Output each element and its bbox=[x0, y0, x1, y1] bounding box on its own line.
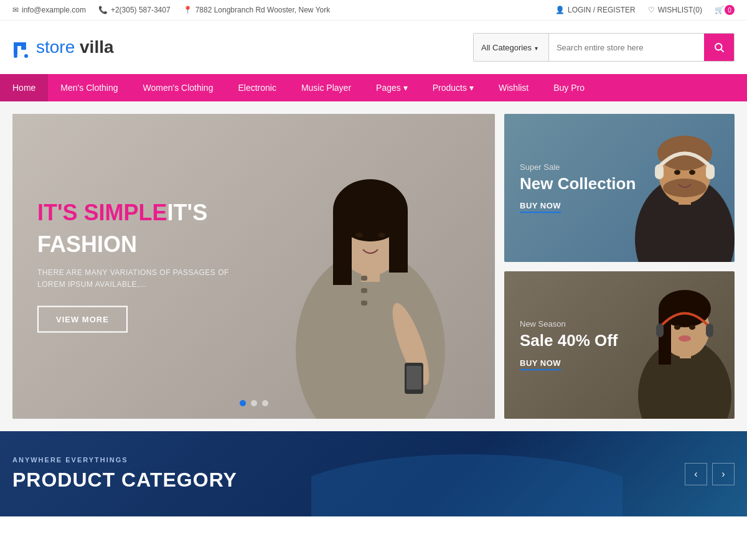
category-next-button[interactable]: › bbox=[712, 463, 735, 485]
wishlist-label: WISHLIST(0) bbox=[658, 6, 702, 14]
nav-label-products: Products bbox=[433, 83, 467, 93]
nav-label-music: Music Player bbox=[301, 83, 351, 93]
nav-label-wishlist: Wishlist bbox=[499, 83, 529, 93]
hero-text: IT'S SIMPLEIT'S FASHION THERE ARE MANY V… bbox=[37, 200, 237, 333]
product-category-bar: ANYWHERE EVERYTHINGS PRODUCT CATEGORY ‹ … bbox=[0, 431, 747, 516]
nav-label-pages: Pages bbox=[376, 83, 401, 93]
slider-dot-3[interactable] bbox=[262, 400, 268, 406]
banner2-title: Sale 40% Off bbox=[520, 332, 618, 350]
svg-rect-11 bbox=[333, 210, 352, 285]
login-register-link[interactable]: LOGIN / REGISTER bbox=[555, 6, 636, 14]
top-bar-actions: LOGIN / REGISTER WISHLIST(0) 0 bbox=[555, 5, 735, 15]
product-category-title: PRODUCT CATEGORY bbox=[12, 469, 237, 492]
prev-icon: ‹ bbox=[694, 469, 697, 480]
phone-icon bbox=[98, 6, 108, 14]
nav-item-wishlist[interactable]: Wishlist bbox=[486, 74, 541, 101]
svg-point-39 bbox=[679, 335, 691, 342]
heart-icon bbox=[648, 6, 655, 14]
hero-title-fashion: FASHION bbox=[37, 231, 237, 257]
user-icon bbox=[555, 6, 565, 14]
banner1-buy-now-button[interactable]: BUY NOW bbox=[520, 202, 561, 213]
logo-villa-text: villa bbox=[80, 37, 113, 57]
svg-line-6 bbox=[721, 49, 723, 52]
main-content: IT'S SIMPLEIT'S FASHION THERE ARE MANY V… bbox=[0, 101, 747, 431]
search-button[interactable] bbox=[704, 34, 734, 61]
address-text: 7882 Longbranch Rd Wooster, New York bbox=[195, 6, 331, 14]
hero-title: IT'S SIMPLEIT'S bbox=[37, 200, 237, 225]
email-text: info@example.com bbox=[22, 6, 86, 14]
product-category-section: ANYWHERE EVERYTHINGS PRODUCT CATEGORY ‹ … bbox=[0, 431, 747, 516]
svg-point-3 bbox=[24, 54, 28, 58]
product-category-tag: ANYWHERE EVERYTHINGS bbox=[12, 456, 237, 464]
envelope-icon bbox=[12, 6, 19, 14]
nav-label-buypro: Buy Pro bbox=[553, 83, 585, 93]
nav-item-electronic[interactable]: Electronic bbox=[225, 74, 288, 101]
svg-point-38 bbox=[689, 325, 695, 330]
category-nav-buttons: ‹ › bbox=[685, 463, 735, 485]
nav-item-womens-clothing[interactable]: Women's Clothing bbox=[131, 74, 226, 101]
svg-rect-27 bbox=[706, 164, 715, 179]
nav-label-electronic: Electronic bbox=[238, 83, 276, 93]
slider-dot-1[interactable] bbox=[240, 400, 246, 406]
email-info: info@example.com bbox=[12, 6, 86, 14]
banner1-label: Super Sale bbox=[520, 162, 636, 172]
header: store villa All Categories bbox=[0, 21, 747, 74]
wishlist-link[interactable]: WISHLIST(0) bbox=[648, 6, 702, 14]
svg-rect-35 bbox=[656, 324, 664, 337]
nav-label-home: Home bbox=[12, 83, 35, 93]
top-bar: info@example.com +2(305) 587-3407 7882 L… bbox=[0, 0, 747, 21]
search-icon bbox=[713, 42, 725, 53]
pages-chevron-icon: ▾ bbox=[403, 83, 408, 93]
search-bar: All Categories bbox=[473, 33, 735, 62]
svg-rect-4 bbox=[21, 46, 26, 50]
logo-icon bbox=[12, 36, 35, 58]
phone-info: +2(305) 587-3407 bbox=[98, 6, 171, 14]
hero-image bbox=[246, 114, 495, 419]
search-input[interactable] bbox=[549, 34, 704, 61]
phone-text: +2(305) 587-3407 bbox=[111, 6, 171, 14]
chevron-down-icon bbox=[535, 43, 538, 52]
svg-point-14 bbox=[378, 233, 385, 238]
hero-subtitle: THERE ARE MANY VARIATIONS OF PASSAGES OF… bbox=[37, 266, 237, 290]
cart-badge: 0 bbox=[725, 5, 735, 15]
banner1-text: Super Sale New Collection BUY NOW bbox=[520, 162, 636, 213]
nav-label-womens: Women's Clothing bbox=[143, 83, 214, 93]
category-prev-button[interactable]: ‹ bbox=[685, 463, 707, 485]
svg-point-13 bbox=[355, 233, 363, 238]
nav-item-mens-clothing[interactable]: Men's Clothing bbox=[48, 74, 130, 101]
cart-link[interactable]: 0 bbox=[715, 5, 735, 15]
nav-item-home[interactable]: Home bbox=[0, 74, 48, 101]
logo[interactable]: store villa bbox=[12, 36, 114, 58]
hero-view-more-button[interactable]: VIEW MORE bbox=[37, 306, 128, 332]
svg-rect-36 bbox=[706, 324, 713, 337]
svg-point-37 bbox=[674, 325, 680, 330]
svg-rect-26 bbox=[655, 164, 664, 179]
search-category-dropdown[interactable]: All Categories bbox=[474, 34, 549, 61]
nav-item-buy-pro[interactable]: Buy Pro bbox=[541, 74, 597, 101]
product-category-info: ANYWHERE EVERYTHINGS PRODUCT CATEGORY bbox=[12, 456, 237, 492]
banner2-woman-image bbox=[610, 271, 735, 419]
slider-dot-2[interactable] bbox=[251, 400, 257, 406]
banner2-buy-now-button[interactable]: BUY NOW bbox=[520, 358, 561, 370]
top-bar-contact: info@example.com +2(305) 587-3407 7882 L… bbox=[12, 6, 330, 14]
svg-point-5 bbox=[715, 44, 722, 50]
svg-rect-18 bbox=[361, 276, 367, 281]
wave-decoration bbox=[311, 431, 622, 516]
banner-sale: New Season Sale 40% Off BUY NOW bbox=[504, 271, 735, 419]
main-nav: Home Men's Clothing Women's Clothing Ele… bbox=[0, 74, 747, 101]
svg-rect-17 bbox=[406, 366, 421, 390]
svg-rect-19 bbox=[361, 288, 367, 293]
svg-point-40 bbox=[311, 454, 622, 516]
logo-store-text: store bbox=[36, 37, 75, 57]
svg-point-2 bbox=[14, 54, 17, 58]
banner-new-collection: Super Sale New Collection BUY NOW bbox=[504, 114, 735, 262]
nav-label-mens: Men's Clothing bbox=[60, 83, 118, 93]
nav-item-products[interactable]: Products ▾ bbox=[420, 74, 486, 101]
side-banners: Super Sale New Collection BUY NOW bbox=[504, 114, 735, 419]
svg-rect-20 bbox=[361, 301, 367, 306]
nav-item-pages[interactable]: Pages ▾ bbox=[364, 74, 420, 101]
svg-rect-1 bbox=[14, 42, 26, 46]
banner2-label: New Season bbox=[520, 319, 618, 329]
nav-item-music-player[interactable]: Music Player bbox=[289, 74, 364, 101]
hero-woman-svg bbox=[246, 114, 495, 419]
